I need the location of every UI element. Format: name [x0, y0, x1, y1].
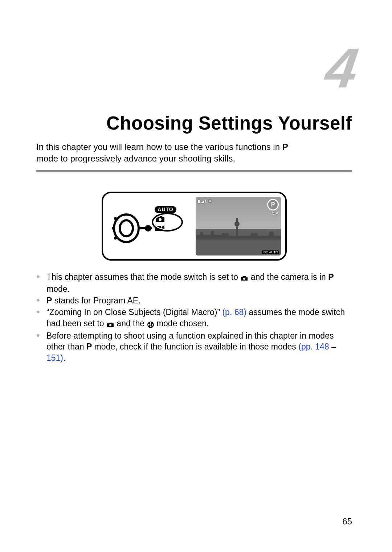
page-ref-148-link[interactable]: (pp. 148 [298, 342, 329, 351]
b1-text-b: and the camera is in [248, 272, 328, 282]
mode-switch-diagram: AUTO ▮ ◢ L ❋ P ↯A ISO AUTO [102, 192, 287, 261]
b1-text-a: This chapter assumes that the mode switc… [46, 272, 240, 282]
svg-point-14 [150, 326, 151, 327]
page-number: 65 [342, 516, 352, 527]
camera-icon [240, 272, 248, 283]
camera-icon [106, 319, 114, 330]
p-mode-icon: P [46, 296, 52, 305]
b3-text-a: “Zooming In on Close Subjects (Digital M… [46, 307, 222, 317]
p-mode-badge: P [267, 199, 279, 210]
svg-point-17 [150, 324, 151, 326]
bullet-item-4: Before attempting to shoot using a funct… [36, 330, 352, 363]
skyline-graphic [196, 229, 281, 240]
b3-text-d: mode chosen. [154, 319, 209, 328]
svg-point-13 [150, 322, 151, 323]
lcd-iso-label: ISO AUTO [262, 250, 279, 254]
svg-point-5 [112, 227, 115, 230]
selection-highlight-oval [152, 213, 183, 232]
diagram-left: AUTO [107, 197, 191, 255]
p-mode-icon: P [86, 342, 92, 351]
auto-label: AUTO [155, 206, 176, 213]
lcd-preview: ▮ ◢ L ❋ P ↯A ISO AUTO [196, 197, 281, 255]
section-rule [36, 170, 352, 172]
page-ref-151-link[interactable]: 151) [46, 353, 63, 363]
bullet-item-1: This chapter assumes that the mode switc… [36, 271, 352, 294]
svg-point-1 [120, 220, 133, 236]
chapter-number: 4 [32, 40, 360, 96]
bullet-list: This chapter assumes that the mode switc… [36, 271, 352, 363]
b2-text: stands for Program AE. [52, 296, 140, 305]
lcd-status-top-left: ▮ ◢ L ❋ [198, 199, 212, 204]
svg-point-4 [114, 217, 117, 220]
b1-text-c: mode. [46, 284, 70, 294]
chapter-title: Choosing Settings Yourself [36, 114, 352, 133]
b3-text-c: and the [114, 319, 147, 328]
tower-graphic [236, 218, 238, 240]
svg-point-16 [151, 324, 153, 325]
digital-macro-icon [147, 319, 154, 330]
p-mode-icon: P [282, 142, 288, 152]
bullet-item-3: “Zooming In on Close Subjects (Digital M… [36, 307, 352, 330]
b4-text-b: mode, check if the function is available… [92, 342, 298, 351]
mode-switch-icon [112, 212, 155, 245]
svg-point-10 [243, 278, 245, 280]
b4-end: . [63, 353, 65, 363]
page-ref-68-link[interactable]: (p. 68) [222, 307, 246, 317]
p-mode-icon: P [328, 272, 334, 282]
chapter-intro: In this chapter you will learn how to us… [36, 141, 352, 165]
svg-point-3 [146, 226, 150, 230]
intro-text-2: mode to progressively advance your shoot… [36, 154, 235, 163]
bullet-item-2: P stands for Program AE. [36, 295, 352, 306]
svg-point-11 [109, 324, 111, 326]
svg-point-0 [114, 214, 139, 242]
svg-point-15 [148, 324, 149, 325]
lcd-flash-icon: ↯A [271, 210, 279, 216]
svg-point-6 [114, 237, 117, 240]
manual-page: 4 Choosing Settings Yourself In this cha… [0, 0, 392, 552]
b4-dash: – [329, 342, 336, 351]
intro-text-1: In this chapter you will learn how to us… [36, 142, 282, 152]
